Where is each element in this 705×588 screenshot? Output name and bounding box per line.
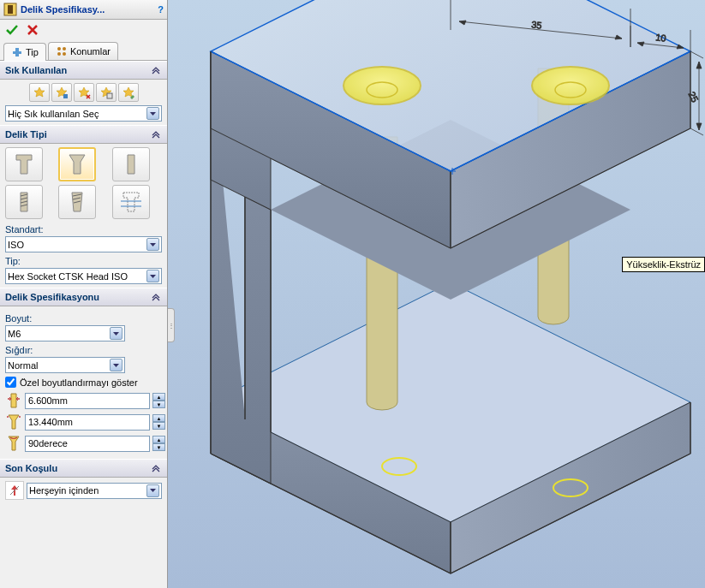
dim-3-spinner: ▲ ▼ [152, 436, 165, 451]
ok-button[interactable] [5, 23, 19, 37]
favorites-dropdown-text: Hiç Sık kullanılan Seç [8, 109, 146, 119]
svg-rect-3 [15, 48, 19, 56]
tab-tip[interactable]: Tip [3, 43, 46, 61]
dropdown-arrow-icon [110, 359, 122, 371]
svg-point-7 [63, 52, 66, 56]
feature-icon [3, 3, 17, 16]
custom-size-checkbox-row: Özel boyutlandırmayı göster [5, 377, 162, 388]
fit-value: Normal [8, 360, 110, 371]
tabs-row: Tip Konumlar [0, 40, 167, 61]
tip-label: Tip: [5, 256, 162, 266]
dim-2-input[interactable] [25, 414, 150, 431]
collapse-icon [150, 64, 162, 76]
panel-header: Delik Spesifikasy... ? [0, 0, 167, 20]
hole-counterbore-button[interactable] [5, 147, 43, 181]
fit-label: Sığdır: [5, 345, 162, 355]
help-button[interactable]: ? [158, 4, 164, 15]
standard-label: Standart: [5, 224, 162, 235]
hole-legacy-button[interactable] [112, 185, 150, 219]
tip-value: Hex Socket CTSK Head ISO [8, 271, 146, 282]
hole-countersink-button[interactable] [58, 147, 96, 181]
hole-pipe-button[interactable] [58, 185, 96, 219]
svg-rect-8 [63, 94, 68, 98]
spinner-up[interactable]: ▲ [152, 436, 165, 443]
group-holespec-body: Boyut: M6 Sığdır: Normal Özel boyutlandı… [0, 306, 167, 459]
fit-dropdown[interactable]: Normal [5, 357, 125, 373]
dim-row-2: ▲ ▼ [5, 413, 162, 431]
cancel-button[interactable] [26, 23, 39, 37]
spinner-down[interactable]: ▼ [152, 422, 165, 430]
favorites-toolbar [5, 83, 162, 102]
endcond-title: Son Koşulu [5, 463, 57, 473]
svg-point-12 [344, 67, 421, 104]
collapse-icon [150, 462, 162, 474]
spinner-up[interactable]: ▲ [152, 414, 165, 422]
group-holespec-header[interactable]: Delik Spesifikasyonu [0, 288, 167, 306]
spinner-down[interactable]: ▼ [152, 443, 165, 451]
endcond-value: Herşeyin içinden [29, 485, 146, 496]
hole-type-grid [5, 147, 162, 219]
tip-dropdown[interactable]: Hex Socket CTSK Head ISO [5, 268, 162, 284]
svg-rect-9 [107, 93, 112, 98]
group-endcond-header[interactable]: Son Koşulu [0, 459, 167, 478]
action-row [0, 20, 167, 40]
fav-btn-1[interactable] [29, 83, 50, 102]
collapse-icon [150, 291, 162, 303]
holetype-title: Delik Tipi [5, 129, 47, 140]
dimension-10: 10 [655, 32, 666, 43]
dim-3-input[interactable] [25, 436, 150, 452]
dropdown-arrow-icon [146, 107, 159, 120]
group-favorites-body: Hiç Sık kullanılan Seç [0, 80, 167, 125]
dimension-35: 35 [531, 19, 542, 30]
model-view: 35 10 25 [168, 0, 705, 588]
svg-point-5 [63, 47, 66, 50]
group-endcond-body: Herşeyin içinden [0, 478, 167, 503]
fav-btn-4[interactable] [96, 83, 117, 102]
panel-scroll-area[interactable]: Sık Kullanılan Hiç Sık kullanılan Seç De… [0, 61, 167, 588]
custom-size-label: Özel boyutlandırmayı göster [20, 377, 138, 388]
group-holetype-header[interactable]: Delik Tipi [0, 125, 167, 144]
dropdown-arrow-icon [146, 270, 159, 282]
tab-konumlar-label: Konumlar [70, 46, 111, 56]
property-panel: Delik Spesifikasy... ? Tip Konumlar Sık … [0, 0, 168, 588]
tab-konumlar[interactable]: Konumlar [48, 42, 118, 60]
spinner-up[interactable]: ▲ [152, 393, 165, 401]
custom-size-checkbox[interactable] [5, 377, 16, 388]
panel-drag-handle[interactable]: ⋮ [168, 308, 175, 342]
endcond-dropdown[interactable]: Herşeyin içinden [27, 483, 162, 499]
favorites-dropdown[interactable]: Hiç Sık kullanılan Seç [5, 105, 162, 122]
svg-rect-1 [8, 5, 13, 14]
standard-dropdown[interactable]: ISO [5, 236, 162, 252]
dropdown-arrow-icon [146, 238, 159, 251]
dim-row-3: ▲ ▼ [5, 434, 162, 453]
fav-btn-5[interactable] [118, 83, 139, 102]
group-holetype-body: Standart: ISO Tip: Hex Socket CTSK Head … [0, 144, 167, 288]
reverse-direction-button[interactable] [5, 481, 24, 500]
tooltip-callout: Yükseklik-Ekstrüz [622, 257, 705, 272]
tab-tip-label: Tip [26, 47, 39, 57]
spinner-down[interactable]: ▼ [152, 401, 165, 408]
size-dropdown[interactable]: M6 [5, 325, 125, 342]
hole-tapped-button[interactable] [5, 185, 43, 219]
dim-row-1: ▲ ▼ [5, 391, 162, 410]
group-favorites-header[interactable]: Sık Kullanılan [0, 61, 167, 80]
svg-point-6 [57, 52, 61, 56]
svg-point-14 [532, 67, 609, 104]
dropdown-arrow-icon [110, 327, 122, 340]
dim-2-spinner: ▲ ▼ [152, 414, 165, 430]
tip-tab-icon [11, 46, 23, 58]
panel-title: Delik Spesifikasy... [21, 4, 154, 15]
fav-btn-3[interactable] [74, 83, 94, 102]
dim-1-input[interactable] [25, 393, 150, 409]
countersink-angle-icon [5, 434, 22, 453]
hole-straight-button[interactable] [112, 147, 150, 181]
konumlar-tab-icon [56, 45, 68, 57]
countersink-diameter-icon [5, 413, 22, 431]
3d-viewport[interactable]: 35 10 25 Yükseklik-Ekstrüz [168, 0, 705, 588]
svg-line-24 [690, 51, 703, 58]
fav-btn-2[interactable] [51, 83, 72, 102]
favorites-title: Sık Kullanılan [5, 65, 67, 75]
collapse-icon [150, 128, 162, 140]
holespec-title: Delik Spesifikasyonu [5, 292, 99, 302]
size-label: Boyut: [5, 313, 162, 324]
